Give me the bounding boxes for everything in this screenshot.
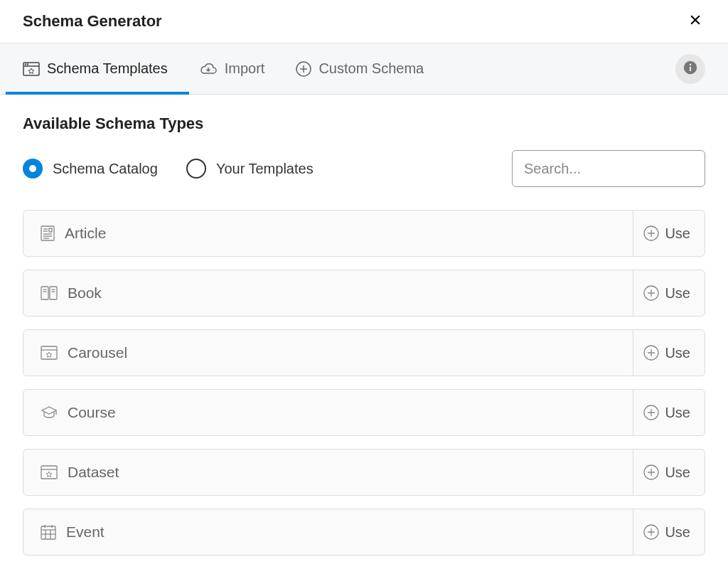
use-label: Use (665, 225, 690, 242)
tab-custom-schema[interactable]: Custom Schema (296, 43, 429, 94)
tab-label: Custom Schema (318, 60, 424, 77)
radio-unchecked-icon (186, 159, 206, 179)
info-button[interactable] (675, 54, 705, 84)
item-left: Event (23, 523, 105, 541)
radio-label: Schema Catalog (53, 161, 158, 177)
item-left: Carousel (23, 344, 127, 361)
controls-row: Schema Catalog Your Templates (23, 150, 705, 187)
use-label: Use (665, 285, 690, 302)
main-content: Available Schema Types Schema Catalog Yo… (0, 95, 728, 556)
svg-rect-16 (41, 287, 48, 299)
list-item[interactable]: Dataset Use (23, 449, 705, 496)
use-button[interactable]: Use (633, 211, 705, 256)
item-name: Event (66, 523, 105, 541)
radio-checked-icon (23, 159, 43, 179)
use-label: Use (665, 405, 690, 421)
tab-bar: Schema Templates Import Custom Schema (0, 43, 728, 95)
radio-schema-catalog[interactable]: Schema Catalog (23, 159, 158, 179)
plus-circle-icon (643, 405, 659, 420)
radio-label: Your Templates (216, 161, 314, 177)
use-label: Use (665, 345, 690, 361)
page-title: Schema Generator (23, 12, 162, 31)
cloud-download-icon (199, 62, 218, 76)
close-button[interactable] (685, 10, 705, 33)
modal-header: Schema Generator (0, 0, 728, 43)
tab-schema-templates[interactable]: Schema Templates (23, 43, 173, 94)
browser-star-icon (23, 62, 40, 76)
svg-point-3 (28, 64, 28, 65)
svg-rect-11 (49, 228, 52, 232)
list-item[interactable]: Carousel Use (23, 329, 705, 376)
item-left: Article (23, 225, 106, 242)
item-name: Carousel (68, 344, 127, 361)
tabs: Schema Templates Import Custom Schema (23, 43, 429, 94)
schema-list: Article Use (23, 210, 705, 556)
list-item[interactable]: Event Use (23, 509, 705, 556)
plus-circle-icon (643, 524, 659, 540)
use-label: Use (665, 464, 690, 481)
item-left: Dataset (23, 464, 119, 481)
tab-import[interactable]: Import (199, 43, 271, 94)
search-input[interactable] (512, 150, 705, 187)
plus-circle-icon (296, 61, 311, 77)
item-left: Book (23, 285, 102, 302)
list-item[interactable]: Course Use (23, 389, 705, 436)
use-button[interactable]: Use (633, 450, 705, 495)
calendar-icon (41, 524, 56, 540)
item-name: Dataset (68, 464, 119, 481)
item-name: Book (68, 285, 102, 302)
article-icon (41, 225, 55, 241)
info-icon (682, 60, 698, 78)
tab-label: Import (225, 60, 265, 77)
list-item[interactable]: Article Use (23, 210, 705, 257)
graduation-cap-icon (41, 405, 58, 420)
svg-rect-17 (50, 287, 57, 299)
svg-point-6 (690, 63, 692, 65)
svg-rect-31 (41, 526, 55, 539)
plus-circle-icon (643, 464, 659, 480)
use-button[interactable]: Use (633, 270, 705, 316)
plus-circle-icon (643, 285, 659, 301)
svg-rect-7 (690, 66, 691, 70)
use-button[interactable]: Use (633, 390, 705, 435)
book-icon (41, 286, 58, 300)
use-button[interactable]: Use (633, 330, 705, 376)
plus-circle-icon (643, 225, 659, 241)
radio-your-templates[interactable]: Your Templates (186, 159, 314, 179)
item-name: Article (65, 225, 106, 242)
carousel-icon (41, 346, 58, 360)
svg-point-2 (26, 64, 26, 65)
item-name: Course (68, 404, 116, 421)
item-left: Course (23, 404, 116, 421)
dataset-icon (41, 465, 58, 479)
list-item[interactable]: Book Use (23, 270, 705, 317)
section-title: Available Schema Types (23, 115, 705, 133)
radio-group: Schema Catalog Your Templates (23, 159, 314, 179)
plus-circle-icon (643, 345, 659, 361)
tab-label: Schema Templates (47, 60, 168, 77)
use-button[interactable]: Use (633, 509, 705, 555)
use-label: Use (665, 524, 690, 541)
close-icon (688, 13, 702, 30)
